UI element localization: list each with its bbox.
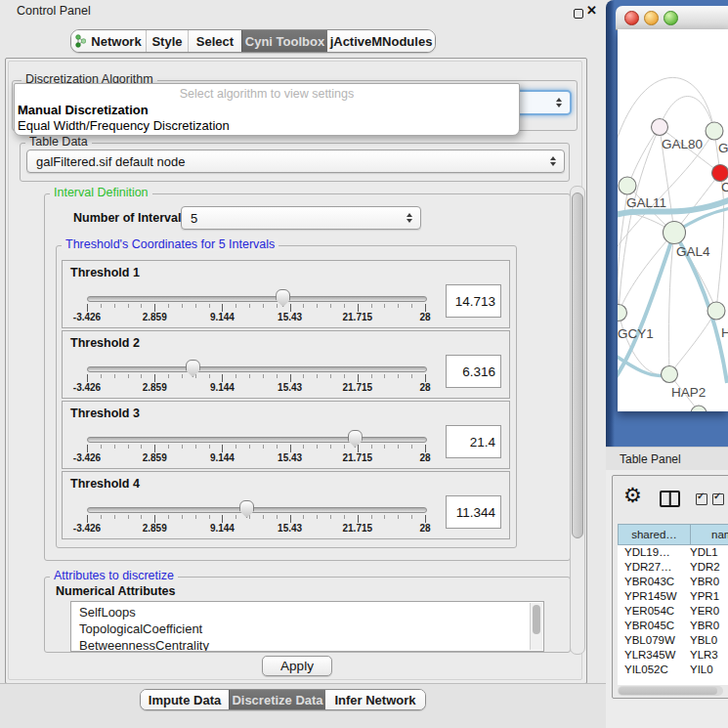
number-of-intervals-combo[interactable]: 5 [181,206,421,230]
list-item[interactable]: TopologicalCoefficient [71,621,543,637]
table-horizontal-scrollbar[interactable] [618,686,723,696]
network-window-titlebar[interactable] [616,6,728,30]
close-traffic-light-icon[interactable] [624,11,639,25]
table-row[interactable]: YLR345WYLR3 [618,648,728,663]
threshold-4-label: Threshold 4 [70,477,140,491]
table-panel-titlebar: Table Panel [606,447,728,472]
checkbox-icon[interactable] [696,493,707,505]
label-c-partial: C [721,180,728,194]
threshold-4-slider-ticks [87,515,426,523]
column-header-shared-name[interactable]: shared… [618,524,691,545]
node-hap2 [662,366,678,383]
dropdown-item-equal-width[interactable]: Equal Width/Frequency Discretization [18,118,230,133]
threshold-3-panel: Threshold 3 -3.4262.8599.14415.4321.7152… [62,401,510,469]
node-gal80 [652,119,668,136]
network-canvas[interactable]: GAL80 G C GAL11 GAL4 GCY1 H HAP2 [618,29,728,411]
tab-impute-data[interactable]: Impute Data [141,690,229,709]
tab-jactivemnodules[interactable]: jActiveMNodules [327,30,435,52]
table-rows: YDL19…YDL1 YDR27…YDR2 YBR043CYBR0 YPR145… [618,545,728,685]
threshold-1-slider-track[interactable] [87,296,427,302]
label-gal11: GAL11 [626,195,666,210]
table-horizontal-scrollbar-thumb[interactable] [619,687,717,695]
dropdown-item-manual-discretization[interactable]: Manual Discretization [18,103,149,117]
float-window-icon[interactable] [574,9,583,19]
checkbox-icon[interactable] [712,493,724,505]
label-gcy1: GCY1 [618,326,654,341]
number-of-intervals-label: Number of Intervals [73,211,188,225]
table-data-combo[interactable]: galFiltered.sif default node [26,150,565,173]
threshold-3-tick-labels: -3.4262.8599.14415.4321.71528 [87,452,425,464]
numerical-attributes-label: Numerical Attributes [56,584,175,598]
node-h [707,302,725,320]
combo-arrows-icon [556,98,562,107]
label-g-partial: G [718,141,728,155]
attributes-group-title: Attributes to discretize [50,570,178,582]
threshold-3-slider-track[interactable] [87,437,427,443]
threshold-2-label: Threshold 2 [70,336,140,350]
gear-icon[interactable]: ⚙ [623,485,642,505]
numerical-attributes-list[interactable]: SelfLoops TopologicalCoefficient Between… [70,601,544,652]
label-gal4: GAL4 [676,244,710,259]
combo-arrows-icon [550,156,556,166]
threshold-4-slider-track[interactable] [87,507,427,513]
network-icon [75,34,86,48]
threshold-1-label: Threshold 1 [70,266,140,279]
threshold-1-tick-labels: -3.4262.8599.14415.4321.71528 [87,312,425,323]
panel-scrollbar-thumb[interactable] [572,193,583,538]
table-panel-title: Table Panel [620,452,681,466]
tab-network-label: Network [91,34,141,49]
table-row[interactable]: YDR27…YDR2 [618,560,728,575]
table-panel: ⚙ shared… name YDL19…YDL1 YDR27…YDR2 YBR… [612,475,728,699]
tab-select[interactable]: Select [188,30,241,52]
tab-infer-network[interactable]: Infer Network [325,690,425,709]
threshold-4-value-input[interactable] [446,495,501,529]
threshold-3-label: Threshold 3 [70,407,140,420]
panel-scrollbar[interactable] [570,186,585,655]
close-icon[interactable]: ✕ [586,3,597,18]
table-row[interactable]: YBR045CYBR0 [618,619,728,633]
tab-style[interactable]: Style [146,30,188,52]
table-row[interactable]: YBR043CYBR0 [618,575,728,589]
threshold-1-value-input[interactable] [446,284,501,318]
node-labels: GAL80 G C GAL11 GAL4 GCY1 H HAP2 [618,137,728,400]
threshold-3-value-input[interactable] [446,425,501,458]
minimize-traffic-light-icon[interactable] [644,11,659,25]
list-item[interactable]: BetweennessCentrality [71,637,543,652]
tab-discretize-data[interactable]: Discretize Data [229,690,325,709]
table-row[interactable]: YER054CYER0 [618,604,728,619]
label-h-partial: H [721,325,728,340]
node-partial-bottom [691,406,707,411]
list-item[interactable]: SelfLoops [71,602,543,621]
threshold-1-panel: Threshold 1 -3.4262.8599.14415.4321.7152… [62,260,510,328]
table-row[interactable]: YBL079WYBL0 [618,633,728,648]
node-partial-top-right [706,122,723,140]
split-view-icon[interactable] [660,491,680,507]
table-data-title: Table Data [25,136,92,149]
node-selected-red [712,165,728,182]
threshold-2-slider-ticks [87,374,426,382]
threshold-2-tick-labels: -3.4262.8599.14415.4321.71528 [87,382,425,394]
table-header: shared… name [618,524,728,545]
top-tab-bar: Network Style Select Cyni Toolbox jActiv… [70,29,436,53]
table-data-combo-value: galFiltered.sif default node [36,154,185,169]
algorithm-dropdown-popup: Select algorithm to view settings Manual… [14,83,520,136]
node-gcy1 [618,305,627,321]
zoom-traffic-light-icon[interactable] [664,11,678,25]
threshold-2-slider-track[interactable] [87,366,427,372]
threshold-2-value-input[interactable] [446,355,501,388]
network-graph: GAL80 G C GAL11 GAL4 GCY1 H HAP2 [618,29,728,411]
apply-button[interactable]: Apply [262,656,332,676]
threshold-4-panel: Threshold 4 -3.4262.8599.14415.4321.7152… [62,471,510,539]
threshold-1-slider-ticks [87,304,426,312]
dropdown-placeholder-item[interactable]: Select algorithm to view settings [15,87,519,101]
table-row[interactable]: YIL052CYIL0 [618,663,728,677]
thresholds-group-title: Threshold's Coordinates for 5 Intervals [62,238,278,251]
column-header-name[interactable]: name [691,524,728,545]
panel-title: Control Panel [17,4,91,18]
table-row[interactable]: YDL19…YDL1 [618,545,728,560]
screen: Control Panel ✕ Network Style Select Cyn… [0,0,728,728]
tab-cyni-toolbox[interactable]: Cyni Toolbox [241,30,327,52]
tab-network[interactable]: Network [71,30,146,52]
list-scrollbar[interactable] [530,603,542,650]
table-row[interactable]: YPR145WYPR1 [618,589,728,604]
